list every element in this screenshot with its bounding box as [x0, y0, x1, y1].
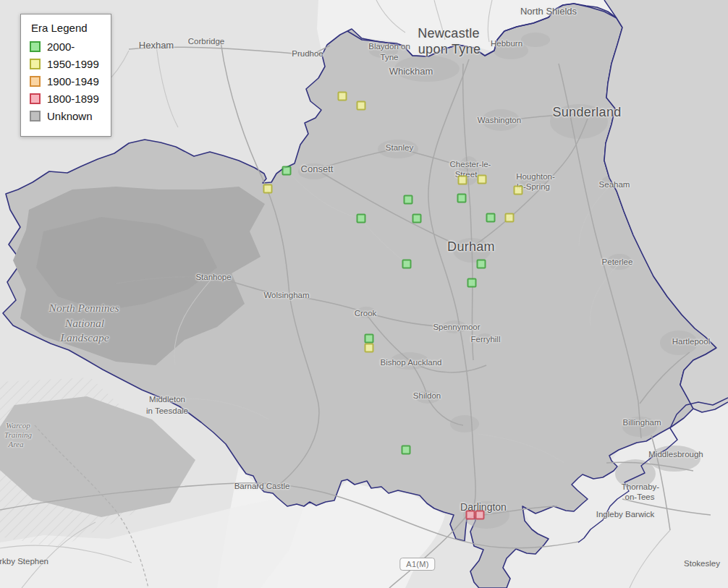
era-marker[interactable] [404, 195, 413, 205]
era-marker[interactable] [338, 92, 347, 101]
legend-item-label: 1950-1999 [47, 58, 99, 70]
legend-title: Era Legend [31, 22, 99, 34]
legend-item-label: 1900-1949 [47, 75, 99, 88]
era-marker[interactable] [402, 260, 412, 269]
era-marker[interactable] [478, 175, 487, 184]
road-shield-a1m: A1(M) [399, 558, 435, 571]
legend-item-label: 2000- [47, 41, 75, 53]
era-marker[interactable] [486, 213, 496, 223]
legend-swatch-icon [30, 41, 41, 52]
era-marker[interactable] [467, 278, 477, 288]
era-marker[interactable] [357, 214, 366, 223]
era-marker[interactable] [282, 166, 292, 176]
era-marker[interactable] [505, 213, 515, 223]
era-marker[interactable] [412, 214, 422, 223]
era-marker[interactable] [365, 334, 374, 344]
era-marker[interactable] [475, 511, 485, 520]
legend-item: 1800-1899 [30, 93, 99, 105]
era-marker[interactable] [458, 176, 467, 185]
era-marker[interactable] [357, 101, 366, 111]
legend-swatch-icon [30, 76, 41, 87]
legend-item: 2000- [30, 41, 99, 53]
era-legend: Era Legend 2000-1950-19991900-19491800-1… [20, 14, 111, 137]
era-marker[interactable] [263, 184, 273, 194]
era-marker[interactable] [365, 344, 374, 353]
legend-swatch-icon [30, 111, 41, 122]
legend-item-label: 1800-1899 [47, 93, 99, 105]
era-marker[interactable] [402, 446, 411, 455]
era-marker[interactable] [466, 511, 475, 520]
legend-item: Unknown [30, 110, 99, 122]
legend-item: 1950-1999 [30, 58, 99, 70]
legend-item-label: Unknown [47, 110, 93, 122]
legend-swatch-icon [30, 59, 41, 69]
era-marker[interactable] [514, 186, 523, 195]
legend-item: 1900-1949 [30, 75, 99, 88]
legend-items: 2000-1950-19991900-19491800-1899Unknown [30, 41, 99, 122]
legend-swatch-icon [30, 93, 41, 104]
era-marker[interactable] [457, 194, 467, 203]
era-marker[interactable] [477, 260, 486, 269]
map-canvas[interactable]: HexhamCorbridgePrudhoeBlaydon onTyneNewc… [0, 0, 728, 588]
